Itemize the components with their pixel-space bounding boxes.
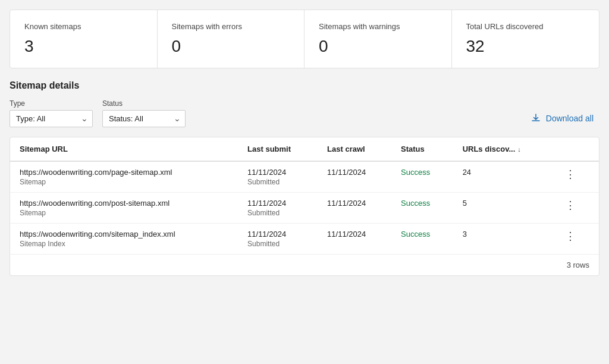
status-value: Success	[401, 199, 430, 208]
section-title: Sitemap details	[10, 80, 599, 91]
stat-value: 0	[172, 37, 290, 56]
urls-discovered-cell: 5	[453, 193, 552, 224]
url-main: https://woodenwriting.com/page-sitemap.x…	[20, 168, 228, 177]
table-body: https://woodenwriting.com/page-sitemap.x…	[10, 161, 599, 254]
url-type: Sitemap	[20, 209, 228, 217]
type-filter-label: Type	[10, 99, 93, 108]
download-all-button[interactable]: Download all	[525, 109, 599, 127]
download-all-label: Download all	[546, 114, 594, 123]
last-submit-sub: Submitted	[247, 178, 308, 186]
stat-label: Total URLs discovered	[466, 22, 585, 31]
last-submit-date: 11/11/2024	[247, 199, 308, 208]
last-submit-cell: 11/11/2024 Submitted	[238, 193, 318, 224]
col-last-crawl: Last crawl	[318, 137, 391, 161]
url-type: Sitemap Index	[20, 240, 228, 248]
last-submit-cell: 11/11/2024 Submitted	[238, 161, 318, 193]
status-cell: Success	[391, 224, 453, 255]
last-submit-sub: Submitted	[247, 240, 308, 248]
col-actions	[552, 137, 599, 161]
table-header: Sitemap URL Last submit Last crawl Statu…	[10, 137, 599, 161]
last-submit-cell: 11/11/2024 Submitted	[238, 224, 318, 255]
urls-count: 3	[463, 230, 467, 239]
stat-card: Total URLs discovered 32	[452, 10, 599, 68]
actions-cell: ⋮	[552, 224, 599, 255]
col-urls-discovered: URLs discov... ↓	[453, 137, 552, 161]
stat-card: Sitemaps with warnings 0	[304, 10, 452, 68]
table-footer: 3 rows	[10, 254, 599, 275]
row-more-button[interactable]: ⋮	[561, 230, 579, 243]
urls-count: 5	[463, 199, 467, 208]
status-select[interactable]: Status: AllSuccessErrorWarning	[102, 110, 186, 127]
table-row: https://woodenwriting.com/post-sitemap.x…	[10, 193, 599, 224]
stat-value: 32	[466, 37, 585, 56]
last-crawl-cell: 11/11/2024	[318, 224, 391, 255]
row-more-button[interactable]: ⋮	[561, 168, 579, 181]
sitemap-details-section: Sitemap details Type Type: AllSitemapSit…	[10, 80, 599, 276]
actions-cell: ⋮	[552, 161, 599, 193]
stat-label: Sitemaps with errors	[172, 22, 290, 31]
status-cell: Success	[391, 161, 453, 193]
url-cell: https://woodenwriting.com/post-sitemap.x…	[10, 193, 238, 224]
url-main: https://woodenwriting.com/post-sitemap.x…	[20, 199, 228, 208]
sitemap-table: Sitemap URL Last submit Last crawl Statu…	[10, 137, 599, 254]
row-count: 3 rows	[567, 261, 589, 269]
urls-discovered-cell: 3	[453, 224, 552, 255]
last-submit-date: 11/11/2024	[247, 230, 308, 239]
status-select-wrapper: Status: AllSuccessErrorWarning	[102, 110, 186, 127]
stat-value: 0	[319, 37, 437, 56]
last-crawl-cell: 11/11/2024	[318, 193, 391, 224]
last-crawl-date: 11/11/2024	[327, 199, 382, 208]
filters-row: Type Type: AllSitemapSitemap Index Statu…	[10, 99, 599, 127]
stat-card: Sitemaps with errors 0	[158, 10, 305, 68]
stat-label: Sitemaps with warnings	[319, 22, 437, 31]
url-cell: https://woodenwriting.com/sitemap_index.…	[10, 224, 238, 255]
download-icon	[530, 113, 541, 124]
url-main: https://woodenwriting.com/sitemap_index.…	[20, 230, 228, 239]
urls-discovered-cell: 24	[453, 161, 552, 193]
status-filter-label: Status	[102, 99, 186, 108]
type-filter-group: Type Type: AllSitemapSitemap Index	[10, 99, 93, 127]
last-crawl-date: 11/11/2024	[327, 168, 382, 177]
actions-cell: ⋮	[552, 193, 599, 224]
sort-arrow-icon: ↓	[517, 146, 521, 153]
last-submit-date: 11/11/2024	[247, 168, 308, 177]
urls-count: 24	[463, 168, 471, 177]
row-more-button[interactable]: ⋮	[561, 199, 579, 212]
table-row: https://woodenwriting.com/sitemap_index.…	[10, 224, 599, 255]
table-row: https://woodenwriting.com/page-sitemap.x…	[10, 161, 599, 193]
status-value: Success	[401, 230, 430, 239]
col-last-submit: Last submit	[238, 137, 318, 161]
stat-value: 3	[24, 37, 143, 56]
status-filter-group: Status Status: AllSuccessErrorWarning	[102, 99, 186, 127]
last-crawl-cell: 11/11/2024	[318, 161, 391, 193]
last-crawl-date: 11/11/2024	[327, 230, 382, 239]
type-select-wrapper: Type: AllSitemapSitemap Index	[10, 110, 93, 127]
stat-label: Known sitemaps	[24, 22, 143, 31]
url-cell: https://woodenwriting.com/page-sitemap.x…	[10, 161, 238, 193]
stat-card: Known sitemaps 3	[10, 10, 158, 68]
last-submit-sub: Submitted	[247, 209, 308, 217]
type-select[interactable]: Type: AllSitemapSitemap Index	[10, 110, 93, 127]
status-value: Success	[401, 168, 430, 177]
col-sitemap-url: Sitemap URL	[10, 137, 238, 161]
url-type: Sitemap	[20, 178, 228, 186]
stats-grid: Known sitemaps 3 Sitemaps with errors 0 …	[10, 10, 599, 68]
col-status: Status	[391, 137, 453, 161]
status-cell: Success	[391, 193, 453, 224]
sitemap-table-container: Sitemap URL Last submit Last crawl Statu…	[10, 137, 599, 276]
